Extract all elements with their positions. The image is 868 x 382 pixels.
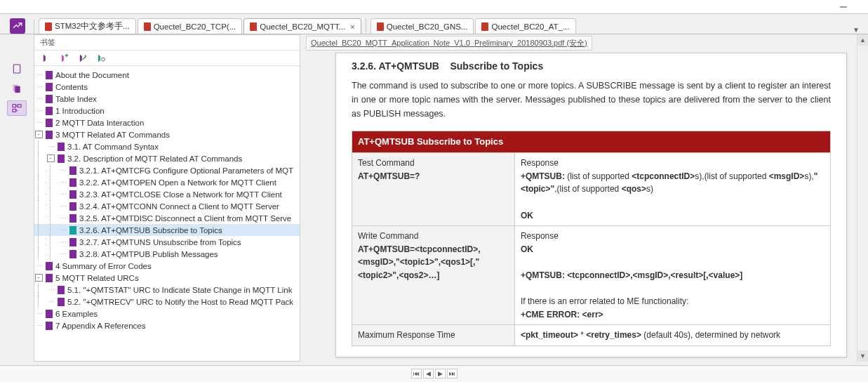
toc-node[interactable]: ⋯3.2.8. AT+QMTPUB Publish Messages xyxy=(34,248,300,260)
section-title-text: Subscribe to Topics xyxy=(450,60,543,72)
toc-node[interactable]: ⋯3.2.5. AT+QMTDISC Disconnect a Client f… xyxy=(34,212,300,224)
window-top-strip xyxy=(0,0,868,14)
toc-node[interactable]: ⋯3.2.3. AT+QMTCLOSE Close a Network for … xyxy=(34,188,300,200)
toc-node-label: About the Document xyxy=(55,71,129,79)
document-path-bar[interactable]: Quectel_BC20_MQTT_Application_Note_V1.0_… xyxy=(306,36,592,51)
bookmark-flag-icon xyxy=(46,322,53,330)
bookmark-flag-icon xyxy=(46,71,53,79)
bookmark-flag-icon xyxy=(58,143,65,151)
tree-toggle-icon[interactable]: - xyxy=(35,274,43,282)
section-heading: 3.2.6. AT+QMTSUB Subscribe to Topics xyxy=(352,60,831,72)
tab-overflow-chevron-icon[interactable]: ▼ xyxy=(853,26,862,34)
bookmark-flag-icon xyxy=(69,190,76,199)
toc-node[interactable]: ⋯6 Examples xyxy=(34,308,300,320)
scroll-down-icon[interactable]: ▼ xyxy=(857,350,868,362)
bookmark-panel: 书签 ⋯About the Document⋯Contents⋯Table In… xyxy=(34,34,300,362)
toc-node[interactable]: ⋯About the Document xyxy=(34,69,300,81)
toc-node[interactable]: ⋯7 Appendix A References xyxy=(34,320,300,331)
rail-page-icon[interactable] xyxy=(7,61,27,77)
max-response-time-value-cell: <pkt_timeout> * <retry_times> (default 4… xyxy=(514,325,830,346)
toc-node-label: 2 MQTT Data Interaction xyxy=(55,119,144,127)
test-command-cell: Test Command AT+QMTSUB=? xyxy=(352,153,515,226)
toc-node-label: Table Index xyxy=(55,95,97,103)
bookmark-flag-icon xyxy=(46,310,53,318)
toc-node[interactable]: ⋯Table Index xyxy=(34,93,300,105)
close-icon[interactable]: × xyxy=(350,22,354,31)
page-prev-icon[interactable]: ◀ xyxy=(423,369,434,378)
bookmark-flag-icon xyxy=(46,262,53,270)
pdf-file-icon xyxy=(144,22,151,31)
toc-node-label: Contents xyxy=(55,83,88,91)
bookmark-flag-icon xyxy=(69,178,76,187)
toc-node[interactable]: ⋯5.2. "+QMTRECV" URC to Notify the Host … xyxy=(34,296,300,308)
document-tab[interactable]: Quectel_BC20_TCP(... xyxy=(138,18,243,34)
toc-node-label: 1 Introduction xyxy=(55,107,105,115)
toc-node[interactable]: ⋯3.2.2. AT+QMTOPEN Open a Network for MQ… xyxy=(34,176,300,188)
toc-node-label: 5.2. "+QMTRECV" URC to Notify the Host t… xyxy=(67,298,293,306)
bookmark-tool-collapse-icon[interactable] xyxy=(41,53,51,63)
scroll-up-icon[interactable]: ▲ xyxy=(857,34,868,46)
status-bar: ⏮ ◀ ▶ ⏭ xyxy=(0,365,868,382)
bookmark-flag-icon xyxy=(46,274,53,282)
toc-node-label: 3.2.6. AT+QMTSUB Subscribe to Topics xyxy=(79,226,222,235)
bookmark-tool-settings-icon[interactable] xyxy=(96,53,106,63)
toc-node-label: 7 Appendix A References xyxy=(55,322,146,330)
bookmark-flag-icon xyxy=(58,298,65,306)
app-logo-icon[interactable] xyxy=(10,18,25,34)
max-response-time-cell: Maximum Response Time xyxy=(352,325,515,346)
bookmark-panel-title: 书签 xyxy=(34,35,300,51)
toc-node[interactable]: ⋯3.1. AT Command Syntax xyxy=(34,140,300,152)
document-tab[interactable]: Quectel_BC20_AT_... xyxy=(475,18,575,34)
vertical-scrollbar[interactable]: ▲ ▼ xyxy=(857,34,868,362)
toc-node[interactable]: -5 MQTT Related URCs xyxy=(34,272,300,284)
toc-node[interactable]: ⋯3.2.7. AT+QMTUNS Unsubscribe from Topic… xyxy=(34,236,300,248)
toc-node[interactable]: -3 MQTT Related AT Commands xyxy=(34,129,300,140)
document-tab-label: Quectel_BC20_TCP(... xyxy=(154,22,236,31)
tree-toggle-icon[interactable]: - xyxy=(35,131,43,138)
toc-node[interactable]: ⋯4 Summary of Error Codes xyxy=(34,260,300,272)
toc-node-label: 6 Examples xyxy=(55,310,98,318)
document-page: 3.2.6. AT+QMTSUB Subscribe to Topics The… xyxy=(335,53,847,357)
page-navigation[interactable]: ⏮ ◀ ▶ ⏭ xyxy=(411,369,458,378)
section-number: 3.2.6. AT+QMTSUB xyxy=(352,60,439,72)
svg-rect-5 xyxy=(18,105,21,107)
document-tab-label: Quectel_BC20_GNS... xyxy=(387,22,468,31)
svg-rect-3 xyxy=(13,105,16,107)
toc-node-label: 3.2. Description of MQTT Related AT Comm… xyxy=(67,154,242,163)
document-tab[interactable]: STM32中文参考手... xyxy=(39,18,136,34)
bookmark-flag-icon xyxy=(58,154,65,163)
toc-node-label: 3.2.1. AT+QMTCFG Configure Optional Para… xyxy=(79,166,293,175)
bookmark-flag-icon xyxy=(46,95,53,103)
page-last-icon[interactable]: ⏭ xyxy=(447,369,458,378)
toc-node[interactable]: ⋯Contents xyxy=(34,81,300,93)
bookmark-tree[interactable]: ⋯About the Document⋯Contents⋯Table Index… xyxy=(34,66,300,361)
document-tab[interactable]: Quectel_BC20_MQTT...× xyxy=(243,18,361,34)
toc-node[interactable]: -3.2. Description of MQTT Related AT Com… xyxy=(34,152,300,164)
tree-toggle-icon[interactable]: - xyxy=(47,154,55,162)
toc-node[interactable]: ⋯3.2.4. AT+QMTCONN Connect a Client to M… xyxy=(34,200,300,212)
toc-node[interactable]: ⋯3.2.6. AT+QMTSUB Subscribe to Topics xyxy=(34,224,300,236)
bookmark-flag-icon xyxy=(46,119,53,127)
rail-bookmarks-icon[interactable] xyxy=(7,100,27,116)
pdf-file-icon xyxy=(250,22,257,31)
toc-node[interactable]: ⋯1 Introduction xyxy=(34,105,300,117)
toc-node-label: 5.1. "+QMTSTAT" URC to Indicate State Ch… xyxy=(67,286,292,294)
toc-node[interactable]: ⋯2 MQTT Data Interaction xyxy=(34,117,300,129)
pdf-file-icon xyxy=(481,22,488,31)
toc-node[interactable]: ⋯3.2.1. AT+QMTCFG Configure Optional Par… xyxy=(34,164,300,176)
rail-copy-icon[interactable] xyxy=(7,81,27,96)
page-first-icon[interactable]: ⏮ xyxy=(411,369,422,378)
toc-node[interactable]: ⋯5.1. "+QMTSTAT" URC to Indicate State C… xyxy=(34,284,300,296)
side-rail xyxy=(0,34,34,362)
toc-node-label: 4 Summary of Error Codes xyxy=(55,262,152,270)
page-next-icon[interactable]: ▶ xyxy=(435,369,446,378)
bookmark-tool-add-icon[interactable] xyxy=(60,53,69,63)
toc-node-label: 3.2.5. AT+QMTDISC Disconnect a Client fr… xyxy=(79,214,291,223)
bookmark-tool-link-icon[interactable] xyxy=(78,53,88,63)
bookmark-flag-icon xyxy=(46,131,53,139)
document-tab[interactable]: Quectel_BC20_GNS... xyxy=(370,18,474,34)
document-viewer: Quectel_BC20_MQTT_Application_Note_V1.0_… xyxy=(300,34,868,362)
toc-node-label: 3 MQTT Related AT Commands xyxy=(55,131,170,139)
bookmark-flag-icon xyxy=(69,226,76,235)
document-tab-strip: STM32中文参考手...Quectel_BC20_TCP(...Quectel… xyxy=(0,14,868,34)
